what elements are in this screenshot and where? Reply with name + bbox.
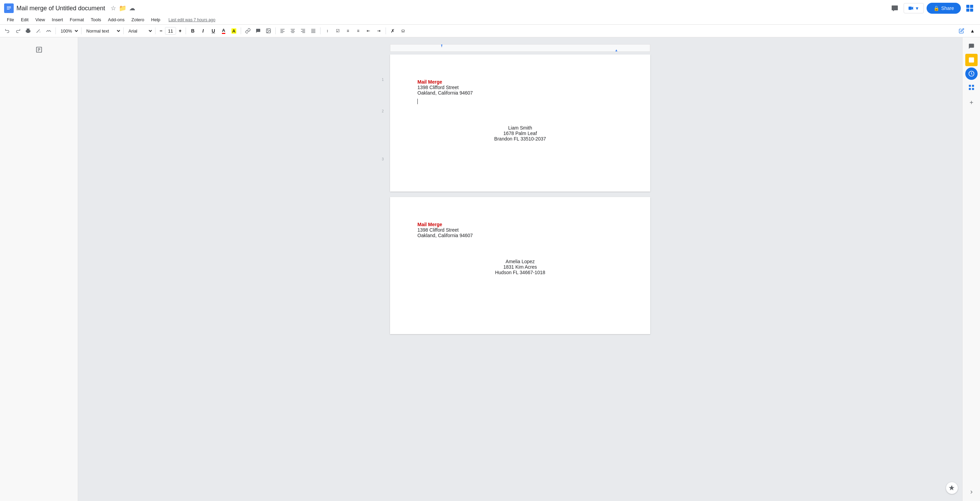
sender-name-1: Mail Merge [417, 79, 623, 85]
cloud-icon[interactable]: ☁ [129, 5, 135, 12]
svg-point-13 [267, 30, 268, 30]
font-select[interactable]: Arial [126, 27, 153, 35]
menu-edit[interactable]: Edit [18, 16, 31, 24]
doc-area[interactable]: 1 2 3 Mail Merge 1398 Clifford Street Oa… [78, 37, 962, 501]
zoom-select[interactable]: 100% [58, 27, 79, 35]
paint-button[interactable] [44, 26, 53, 36]
svg-rect-1 [7, 6, 11, 7]
folder-icon[interactable]: 📁 [119, 5, 126, 12]
svg-rect-4 [908, 6, 912, 10]
align-left-button[interactable] [278, 26, 287, 36]
svg-rect-19 [291, 30, 294, 30]
toolbar: 100% Normal text Arial − + B I U A A [0, 25, 980, 37]
italic-button[interactable]: I [198, 26, 208, 36]
title-row: Mail merge of Untitled document ☆ 📁 ☁ ▼ … [4, 2, 976, 14]
svg-rect-2 [7, 8, 11, 9]
meet-button[interactable]: ▼ [904, 3, 924, 13]
align-justify-button[interactable] [309, 26, 318, 36]
edit-mode-button[interactable] [957, 26, 966, 36]
link-button[interactable] [243, 26, 253, 36]
sep6 [241, 27, 241, 34]
menu-help[interactable]: Help [148, 16, 163, 24]
menu-format[interactable]: Format [67, 16, 87, 24]
recipient-block-1: Liam Smith 1678 Palm Leaf Brandon FL 335… [417, 125, 623, 142]
title-right: ▼ 🔒 Share [889, 2, 976, 14]
svg-marker-35 [441, 45, 442, 47]
svg-rect-6 [966, 5, 969, 8]
menu-bar: File Edit View Insert Format Tools Add-o… [4, 15, 976, 24]
bullet-list-button[interactable]: ≡ [343, 26, 353, 36]
lock-icon: 🔒 [934, 5, 939, 11]
title-icons: ☆ 📁 ☁ [111, 5, 135, 12]
menu-view[interactable]: View [33, 16, 48, 24]
numbered-list-button[interactable]: ≡ [353, 26, 363, 36]
right-sidebar-comments-button[interactable] [965, 40, 978, 53]
ruler [390, 44, 650, 52]
sep4 [155, 27, 156, 34]
svg-rect-7 [970, 5, 973, 8]
font-size-input[interactable] [165, 27, 176, 35]
doc-icon [4, 3, 14, 13]
menu-file[interactable]: File [4, 16, 17, 24]
font-size-dec-button[interactable]: − [158, 27, 164, 34]
font-size-inc-button[interactable]: + [177, 27, 183, 34]
sender-address1-1: 1398 Clifford Street [417, 85, 623, 90]
left-sidebar [0, 37, 78, 501]
image-button[interactable] [264, 26, 273, 36]
star-icon[interactable]: ☆ [111, 5, 116, 12]
svg-marker-5 [912, 6, 913, 10]
last-edit[interactable]: Last edit was 7 hours ago [169, 18, 215, 22]
recipient-name-2: Amelia Lopez [417, 259, 623, 264]
sender-block-1: Mail Merge 1398 Clifford Street Oakland,… [417, 79, 623, 96]
align-right-button[interactable] [298, 26, 308, 36]
menu-zotero[interactable]: Zotero [129, 16, 147, 24]
highlight-button[interactable]: A [229, 26, 239, 36]
right-sidebar-clock-button[interactable] [965, 67, 978, 80]
indent-less-button[interactable]: ⇤ [364, 26, 373, 36]
outline-button[interactable] [33, 44, 45, 55]
svg-rect-39 [969, 85, 971, 87]
svg-rect-9 [970, 9, 973, 12]
recipient-addr2-2: Hudson FL 34667-1018 [417, 270, 623, 275]
svg-rect-24 [301, 31, 305, 32]
sender-address2-2: Oakland, California 94607 [417, 233, 623, 238]
indent-more-button[interactable]: ⇥ [374, 26, 383, 36]
users-icon-button[interactable] [964, 2, 976, 14]
right-sidebar-arrow-button[interactable] [965, 486, 978, 498]
menu-addons[interactable]: Add-ons [105, 16, 127, 24]
style-select[interactable]: Normal text [84, 27, 121, 35]
spell-button[interactable] [33, 26, 43, 36]
clear-format-button[interactable]: ✗ [388, 26, 398, 36]
underline-button[interactable]: U [208, 26, 218, 36]
recipient-addr1-1: 1678 Palm Leaf [417, 131, 623, 136]
right-sidebar-expand-button[interactable] [965, 96, 978, 108]
share-button[interactable]: 🔒 Share [927, 3, 961, 14]
right-sidebar-tasks-button[interactable] [965, 54, 978, 66]
typing-mode-button[interactable]: Ω [398, 26, 408, 36]
comments-button[interactable] [889, 2, 901, 14]
undo-button[interactable] [3, 26, 12, 36]
line-spacing-button[interactable]: ↕ [323, 26, 332, 36]
margin-num-2: 2 [382, 109, 384, 113]
text-color-button[interactable]: A [219, 26, 228, 36]
sep1 [56, 27, 56, 34]
svg-rect-3 [7, 9, 10, 10]
bold-button[interactable]: B [188, 26, 197, 36]
cursor-area-1[interactable] [417, 98, 623, 105]
menu-tools[interactable]: Tools [88, 16, 104, 24]
comment-inline-button[interactable] [253, 26, 263, 36]
doc-title: Mail merge of Untitled document [16, 5, 105, 12]
font-size-control: − + [158, 27, 183, 35]
right-sidebar-docs-button[interactable] [965, 81, 978, 94]
menu-insert[interactable]: Insert [49, 16, 66, 24]
checklist-button[interactable]: ☑ [333, 26, 342, 36]
sep9 [385, 27, 386, 34]
redo-button[interactable] [13, 26, 22, 36]
page-2: Mail Merge 1398 Clifford Street Oakland,… [390, 197, 650, 334]
align-center-button[interactable] [288, 26, 298, 36]
ruler-svg [390, 45, 650, 51]
collapse-toolbar-button[interactable]: ▲ [968, 26, 977, 36]
sender-address1-2: 1398 Clifford Street [417, 227, 623, 233]
zoom-assist-button[interactable] [946, 482, 958, 494]
print-button[interactable] [23, 26, 33, 36]
